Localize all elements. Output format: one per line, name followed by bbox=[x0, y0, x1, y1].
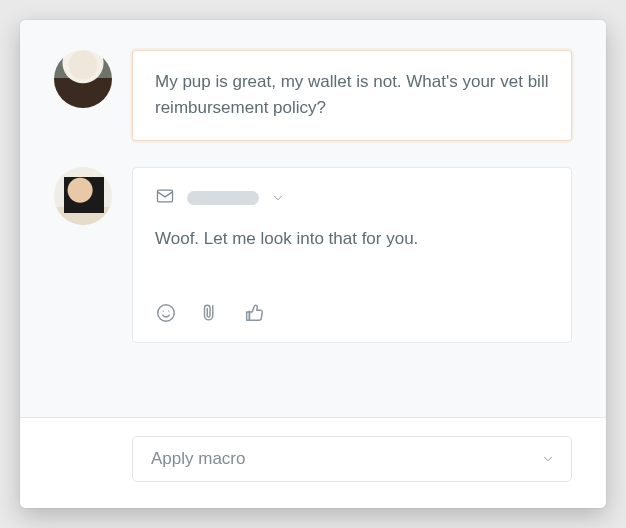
mail-icon bbox=[155, 186, 175, 210]
chevron-down-icon bbox=[541, 452, 555, 466]
footer-bar: Apply macro bbox=[20, 418, 606, 508]
agent-avatar bbox=[54, 167, 112, 225]
chevron-down-icon bbox=[271, 191, 285, 205]
customer-avatar bbox=[54, 50, 112, 108]
ticket-card: My pup is great, my wallet is not. What'… bbox=[20, 20, 606, 508]
svg-rect-0 bbox=[158, 190, 173, 202]
apply-macro-dropdown[interactable]: Apply macro bbox=[132, 436, 572, 482]
thumbs-up-icon[interactable] bbox=[243, 302, 265, 324]
svg-point-2 bbox=[163, 310, 164, 311]
svg-point-1 bbox=[158, 304, 175, 321]
conversation-area: My pup is great, my wallet is not. What'… bbox=[20, 20, 606, 417]
reply-composer[interactable]: Woof. Let me look into that for you. bbox=[132, 167, 572, 343]
agent-reply-row: Woof. Let me look into that for you. bbox=[54, 167, 572, 343]
recipient-pill bbox=[187, 191, 259, 205]
apply-macro-label: Apply macro bbox=[151, 449, 245, 469]
reply-body-text[interactable]: Woof. Let me look into that for you. bbox=[155, 226, 549, 280]
reply-toolbar bbox=[155, 302, 549, 324]
reply-channel-selector[interactable] bbox=[155, 186, 549, 210]
svg-point-3 bbox=[168, 310, 169, 311]
customer-message-text: My pup is great, my wallet is not. What'… bbox=[155, 69, 549, 122]
customer-message-row: My pup is great, my wallet is not. What'… bbox=[54, 50, 572, 141]
emoji-icon[interactable] bbox=[155, 302, 177, 324]
attachment-icon[interactable] bbox=[199, 302, 221, 324]
customer-message-bubble: My pup is great, my wallet is not. What'… bbox=[132, 50, 572, 141]
